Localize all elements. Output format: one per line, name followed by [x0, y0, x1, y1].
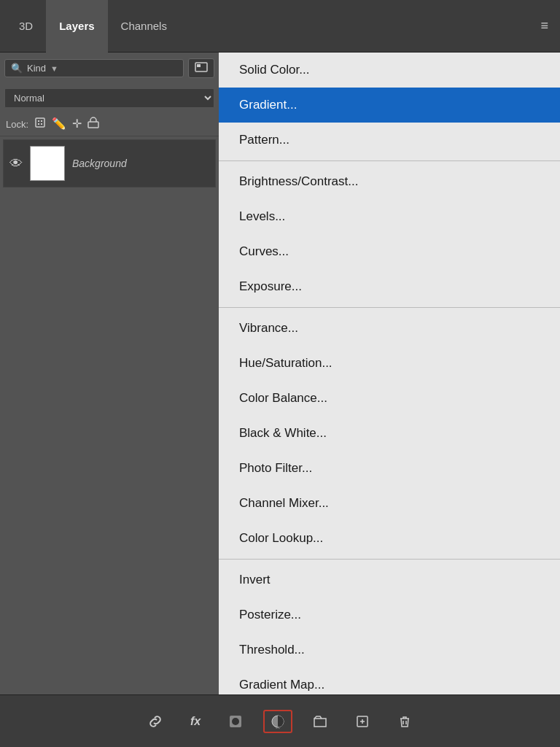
lock-label: Lock: — [6, 119, 28, 130]
svg-rect-2 — [36, 118, 44, 127]
menu-item-color-balance[interactable]: Color Balance... — [219, 381, 560, 416]
svg-rect-5 — [38, 123, 39, 125]
blend-mode-row: Normal — [0, 84, 219, 112]
svg-rect-7 — [88, 122, 98, 128]
menu-divider-1 — [219, 160, 560, 161]
tab-channels[interactable]: Channels — [108, 0, 180, 53]
layers-panel: 🔍 Kind ▼ Normal Lock: ✏️ ✛ 👁 Back — [0, 53, 219, 694]
lock-artboards-icon[interactable] — [88, 117, 99, 131]
svg-rect-1 — [197, 64, 201, 67]
search-box[interactable]: 🔍 Kind ▼ — [4, 59, 184, 77]
svg-point-9 — [232, 718, 239, 725]
menu-item-photo-filter[interactable]: Photo Filter... — [219, 451, 560, 486]
menu-divider-3 — [219, 559, 560, 560]
layer-thumbnail — [30, 146, 65, 181]
menu-item-curves[interactable]: Curves... — [219, 234, 560, 269]
panel-header: 3D Layers Channels ≡ — [0, 0, 560, 53]
menu-item-brightness-contrast[interactable]: Brightness/Contrast... — [219, 164, 560, 199]
svg-rect-4 — [41, 120, 42, 122]
menu-item-threshold[interactable]: Threshold... — [219, 632, 560, 667]
search-icon: 🔍 — [11, 63, 23, 74]
menu-item-pattern[interactable]: Pattern... — [219, 123, 560, 158]
layer-name: Background — [72, 158, 127, 169]
menu-item-levels[interactable]: Levels... — [219, 199, 560, 234]
adjustment-dropdown-menu: Solid Color... Gradient... Pattern... Br… — [219, 53, 560, 694]
add-style-button[interactable]: fx — [183, 711, 208, 732]
link-layers-button[interactable] — [141, 710, 170, 733]
menu-item-gradient-map[interactable]: Gradient Map... — [219, 667, 560, 694]
tab-3d[interactable]: 3D — [6, 0, 46, 53]
menu-item-channel-mixer[interactable]: Channel Mixer... — [219, 486, 560, 521]
filter-kind-label: Kind — [27, 63, 46, 74]
menu-item-black-white[interactable]: Black & White... — [219, 416, 560, 451]
add-mask-button[interactable] — [221, 710, 250, 733]
menu-item-solid-color[interactable]: Solid Color... — [219, 53, 560, 88]
menu-item-color-lookup[interactable]: Color Lookup... — [219, 521, 560, 556]
fx-icon: fx — [190, 715, 201, 728]
search-row: 🔍 Kind ▼ — [0, 53, 219, 84]
panel-menu-icon[interactable]: ≡ — [534, 12, 554, 39]
lock-image-icon[interactable]: ✏️ — [52, 117, 66, 131]
tab-layers[interactable]: Layers — [46, 0, 107, 53]
menu-item-vibrance[interactable]: Vibrance... — [219, 311, 560, 346]
lock-position-icon[interactable]: ✛ — [72, 117, 82, 131]
adjustment-layer-button[interactable] — [263, 710, 292, 733]
menu-item-gradient[interactable]: Gradient... — [219, 88, 560, 123]
dropdown-arrow-icon: ▼ — [50, 64, 58, 73]
menu-item-posterize[interactable]: Posterize... — [219, 597, 560, 632]
menu-divider-2 — [219, 307, 560, 308]
new-group-button[interactable] — [306, 710, 335, 733]
lock-row: Lock: ✏️ ✛ — [0, 112, 219, 136]
menu-item-hue-saturation[interactable]: Hue/Saturation... — [219, 346, 560, 381]
layer-visibility-icon[interactable]: 👁 — [9, 156, 23, 171]
layer-item-background[interactable]: 👁 Background — [3, 139, 216, 187]
new-layer-button[interactable] — [348, 710, 377, 733]
bottom-toolbar: fx — [0, 694, 560, 747]
svg-rect-3 — [38, 120, 39, 122]
filter-image-button[interactable] — [188, 58, 214, 78]
blend-mode-select[interactable]: Normal — [4, 88, 214, 108]
lock-pixels-icon[interactable] — [34, 117, 46, 131]
delete-layer-button[interactable] — [390, 710, 419, 733]
menu-item-invert[interactable]: Invert — [219, 562, 560, 597]
menu-item-exposure[interactable]: Exposure... — [219, 269, 560, 304]
svg-rect-6 — [41, 123, 42, 125]
lock-icons-group: ✏️ ✛ — [34, 117, 99, 131]
